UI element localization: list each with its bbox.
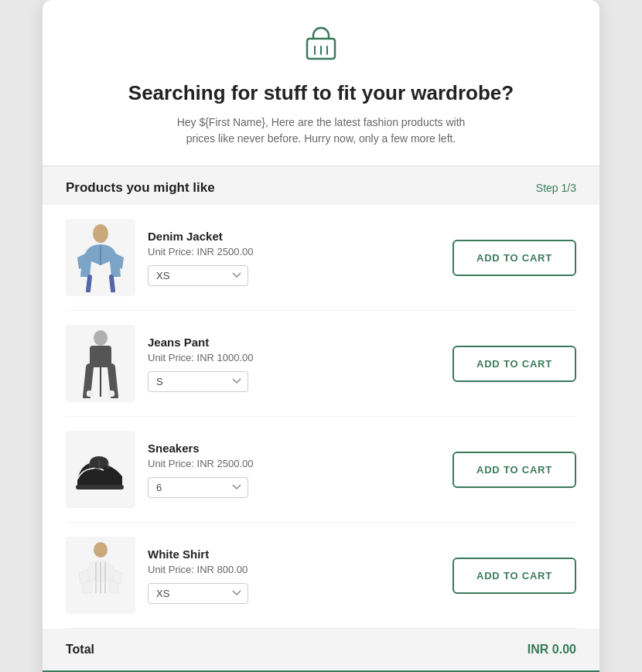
add-to-cart-button-white-shirt[interactable]: ADD TO CART <box>452 558 576 594</box>
header-section: Searching for stuff to fit your wardrobe… <box>43 0 599 166</box>
svg-rect-14 <box>76 485 124 490</box>
product-info-jeans-pant: Jeans Pant Unit Price: INR 1000.00 XSSML… <box>148 336 440 392</box>
svg-line-6 <box>88 277 90 291</box>
basket-icon <box>73 25 569 69</box>
products-section-title: Products you might like <box>66 180 215 196</box>
product-image-denim-jacket <box>66 219 135 296</box>
subtitle-line1: Hey ${First Name}, Here are the latest f… <box>177 116 466 128</box>
product-price: Unit Price: INR 2500.00 <box>148 458 440 469</box>
step-label: Step 1/3 <box>536 182 576 194</box>
product-info-denim-jacket: Denim Jacket Unit Price: INR 2500.00 XSS… <box>148 230 440 286</box>
svg-rect-9 <box>90 346 111 367</box>
size-select-denim-jacket[interactable]: XSSMLXL <box>148 265 248 286</box>
product-price: Unit Price: INR 800.00 <box>148 564 440 575</box>
product-price: Unit Price: INR 2500.00 <box>148 246 440 258</box>
product-name: Sneakers <box>148 442 440 455</box>
table-row: Jeans Pant Unit Price: INR 1000.00 XSSML… <box>66 311 576 417</box>
main-card: Searching for stuff to fit your wardrobe… <box>43 0 599 672</box>
header-subtitle: Hey ${First Name}, Here are the latest f… <box>73 114 569 147</box>
product-image-sneakers <box>66 431 135 508</box>
svg-rect-12 <box>107 391 114 397</box>
add-to-cart-button-denim-jacket[interactable]: ADD TO CART <box>452 240 576 276</box>
svg-point-15 <box>94 542 108 558</box>
products-header: Products you might like Step 1/3 <box>43 166 599 205</box>
product-image-jeans-pant <box>66 325 135 402</box>
total-label: Total <box>66 643 94 657</box>
product-name: Jeans Pant <box>148 336 440 349</box>
size-select-white-shirt[interactable]: XSSMLXL <box>148 583 248 604</box>
size-select-sneakers[interactable]: 5678910 <box>148 477 248 498</box>
total-value: INR 0.00 <box>528 643 576 657</box>
add-to-cart-button-sneakers[interactable]: ADD TO CART <box>452 452 576 488</box>
products-section: Products you might like Step 1/3 <box>43 166 599 670</box>
table-row: Denim Jacket Unit Price: INR 2500.00 XSS… <box>66 205 576 311</box>
subtitle-line2: prices like never before. Hurry now, onl… <box>186 132 456 145</box>
svg-line-7 <box>111 277 113 291</box>
table-row: White Shirt Unit Price: INR 800.00 XSSML… <box>66 523 576 629</box>
product-name: Denim Jacket <box>148 230 440 243</box>
page-title: Searching for stuff to fit your wardrobe… <box>73 81 569 105</box>
product-info-white-shirt: White Shirt Unit Price: INR 800.00 XSSML… <box>148 547 440 604</box>
footer-total: Total INR 0.00 <box>43 629 599 670</box>
svg-point-4 <box>93 224 108 243</box>
product-name: White Shirt <box>148 547 440 561</box>
svg-point-8 <box>94 330 108 346</box>
product-list: Denim Jacket Unit Price: INR 2500.00 XSS… <box>58 205 584 629</box>
size-select-jeans-pant[interactable]: XSSMLXL <box>148 371 248 392</box>
product-image-white-shirt <box>66 537 135 614</box>
svg-rect-11 <box>87 391 94 397</box>
product-info-sneakers: Sneakers Unit Price: INR 2500.00 5678910 <box>148 442 440 498</box>
product-price: Unit Price: INR 1000.00 <box>148 352 440 363</box>
add-to-cart-button-jeans-pant[interactable]: ADD TO CART <box>452 346 576 382</box>
table-row: Sneakers Unit Price: INR 2500.00 5678910… <box>66 417 576 523</box>
